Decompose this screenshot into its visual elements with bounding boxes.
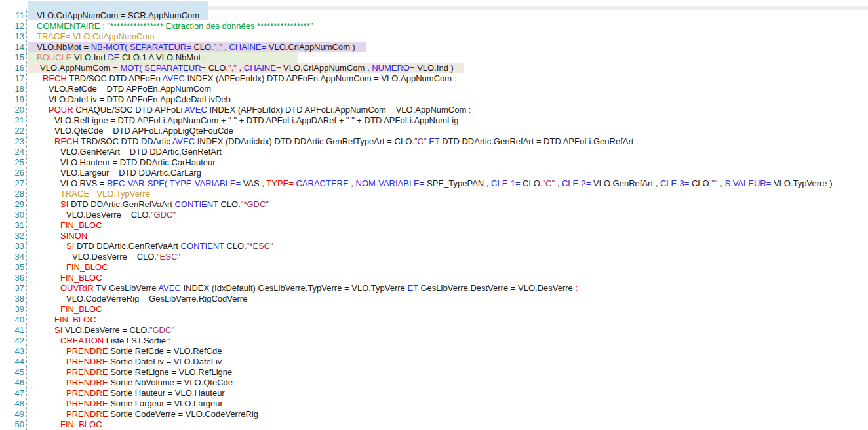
code-line-text[interactable]: VLO.AppNumCom = MOT( SEPARATEUR= CLO.","… [27,63,868,73]
code-line-text[interactable]: FIN_BLOC [27,273,868,283]
code-token: : [636,136,639,146]
code-line[interactable]: 26VLO.Largeur = DTD DDArtic.CarLarg [0,168,868,178]
code-line[interactable]: 30VLO.DesVerre = CLO."GDC" [0,210,868,220]
code-line-text[interactable]: VLO.Largeur = DTD DDArtic.CarLarg [27,168,868,178]
code-line-text[interactable]: PRENDRE Sortie CodeVerre = VLO.CodeVerre… [27,409,868,420]
code-line[interactable]: 42CREATION Liste LST.Sortie : [0,336,868,346]
code-line[interactable]: 36FIN_BLOC [0,273,868,283]
code-line-text[interactable]: VLO.DateLiv = DTD APFoEn.AppCdeDatLivDeb [27,94,868,105]
code-line[interactable]: 43PRENDRE Sortie RefCde = VLO.RefCde [0,346,868,357]
code-line-text[interactable]: BOUCLE VLO.Ind DE CLO.1 A VLO.NbMot : [27,52,868,63]
code-line[interactable]: 12COMMENTAIRE : "**************** Extrac… [0,21,868,31]
code-line[interactable]: 15BOUCLE VLO.Ind DE CLO.1 A VLO.NbMot : [0,52,868,63]
code-token: Sortie Largeur = VLO.Largeur [108,399,223,408]
code-line[interactable]: 31FIN_BLOC [0,220,868,231]
code-line-text[interactable]: VLO.Hauteur = DTD DDArtic.CarHauteur [27,157,868,168]
code-line-text[interactable]: VLO.DesVerre = CLO."ESC" [27,252,868,262]
code-line[interactable]: 37OUVRIR TV GesLibVerre AVEC INDEX (IdxD… [0,283,868,294]
code-line-text[interactable]: SI VLO.DesVerre = CLO."GDC" [27,325,868,336]
code-line[interactable]: 29SI DTD DDArtic.GenRefVaArt CONTIENT CL… [0,199,868,210]
code-line-text[interactable]: VLO.RefLigne = DTD APFoLi.AppNumCom + " … [27,115,868,126]
code-line[interactable]: 34VLO.DesVerre = CLO."ESC" [0,252,868,262]
line-number: 49 [0,409,27,420]
code-line-text[interactable]: VLO.NbMot = NB-MOT( SEPARATEUR= CLO."," … [27,42,868,52]
line-number: 37 [0,283,27,294]
code-line-text[interactable]: POUR CHAQUE/SOC DTD APFoLi AVEC INDEX (A… [27,105,868,115]
code-line-text[interactable]: RECH TBD/SOC DTD DDArtic AVEC INDEX (DDA… [27,136,868,147]
code-line[interactable]: 28TRACE= VLO.TypVerre [0,189,868,199]
code-line[interactable]: 17RECH TBD/SOC DTD APFoEn AVEC INDEX (AP… [0,73,868,84]
code-token: VLO.Largeur = DTD DDArtic.CarLarg [60,168,201,178]
code-line[interactable]: 46PRENDRE Sortie NbVolume = VLO.QteCde [0,378,868,388]
code-token: TRACE= VLO.CriAppNumCom [37,31,155,41]
code-line[interactable]: 25VLO.Hauteur = DTD DDArtic.CarHauteur [0,157,868,168]
code-line[interactable]: 47PRENDRE Sortie Hauteur = VLO.Hauteur [0,388,868,399]
code-line-text[interactable]: VLO.RVS = REC-VAR-SPE( TYPE-VARIABLE= VA… [27,178,868,189]
code-line[interactable]: 23RECH TBD/SOC DTD DDArtic AVEC INDEX (D… [0,136,868,147]
code-line-text[interactable]: VLO.GenRefArt = DTD DDArtic.GenRefArt [27,147,868,157]
code-line-text[interactable]: VLO.QteCde = DTD APFoLi.AppLigQteFouCde [27,126,868,136]
code-line[interactable]: 19VLO.DateLiv = DTD APFoEn.AppCdeDatLivD… [0,94,868,105]
code-token: , [555,178,562,188]
code-line[interactable]: 21VLO.RefLigne = DTD APFoLi.AppNumCom + … [0,115,868,126]
code-token: "C" [414,136,427,146]
code-line[interactable]: 24VLO.GenRefArt = DTD DDArtic.GenRefArt [0,147,868,157]
code-token: VLO.RefCde = DTD APFoEn.AppNumCom [49,84,211,94]
line-number: 24 [0,147,27,157]
code-line-text[interactable]: COMMENTAIRE : "**************** Extracti… [27,21,868,31]
code-token: Sortie DateLiv = VLO.DateLiv [108,357,222,366]
code-line[interactable]: 11VLO.CriAppNumCom = SCR.AppNumCom [0,10,868,21]
code-line[interactable]: 39FIN_BLOC [0,304,868,315]
code-line[interactable]: 18VLO.RefCde = DTD APFoEn.AppNumCom [0,84,868,94]
code-line-text[interactable]: FIN_BLOC [27,304,868,315]
code-line[interactable]: 45PRENDRE Sortie RefLigne = VLO.RefLigne [0,367,868,378]
code-line[interactable]: 44PRENDRE Sortie DateLiv = VLO.DateLiv [0,357,868,367]
code-line[interactable]: 48PRENDRE Sortie Largeur = VLO.Largeur [0,399,868,409]
code-token: VLO.RVS = [60,178,107,188]
code-token: PRENDRE [66,388,108,398]
code-line[interactable]: 16VLO.AppNumCom = MOT( SEPARATEUR= CLO."… [0,63,868,73]
code-token: SI [66,241,74,251]
code-line-text[interactable]: FIN_BLOC [27,262,868,273]
code-line[interactable]: 13TRACE= VLO.CriAppNumCom [0,31,868,42]
code-token: PRENDRE [66,409,108,419]
code-line[interactable]: 35FIN_BLOC [0,262,868,273]
code-line[interactable]: 49PRENDRE Sortie CodeVerre = VLO.CodeVer… [0,409,868,420]
code-line-text[interactable]: PRENDRE Sortie RefCde = VLO.RefCde [27,346,868,357]
code-line-text[interactable]: FIN_BLOC [27,420,868,430]
code-line-text[interactable]: VLO.CodeVerreRig = GesLibVerre.RigCodVer… [27,294,868,304]
code-line[interactable]: 33SI DTD DDArtic.GenRefVaArt CONTIENT CL… [0,241,868,252]
code-line-text[interactable]: TRACE= VLO.CriAppNumCom [27,31,868,42]
code-line-text[interactable]: PRENDRE Sortie NbVolume = VLO.QteCde [27,378,868,388]
code-line-text[interactable]: SI DTD DDArtic.GenRefVaArt CONTIENT CLO.… [27,199,868,210]
code-line-text[interactable]: OUVRIR TV GesLibVerre AVEC INDEX (IdxDef… [27,283,868,294]
code-line[interactable]: 40FIN_BLOC [0,315,868,325]
code-line-text[interactable]: PRENDRE Sortie RefLigne = VLO.RefLigne [27,367,868,378]
code-line-text[interactable]: PRENDRE Sortie DateLiv = VLO.DateLiv [27,357,868,367]
code-line-text[interactable]: SI DTD DDArtic.GenRefVaArt CONTIENT CLO.… [27,241,868,252]
code-line-text[interactable]: PRENDRE Sortie Largeur = VLO.Largeur [27,399,868,409]
code-line[interactable]: 32SINON [0,231,868,241]
code-line-text[interactable]: VLO.RefCde = DTD APFoEn.AppNumCom [27,84,868,94]
code-token: CHAINE= [244,63,281,73]
code-line-text[interactable]: RECH TBD/SOC DTD APFoEn AVEC INDEX (APFo… [27,73,868,84]
code-token: VLO.TypVerre ) [771,178,832,188]
code-line-text[interactable]: CREATION Liste LST.Sortie : [27,336,868,346]
code-line-text[interactable]: FIN_BLOC [27,220,868,231]
code-line[interactable]: 14VLO.NbMot = NB-MOT( SEPARATEUR= CLO.",… [0,42,868,52]
code-line-text[interactable]: TRACE= VLO.TypVerre [27,189,868,199]
code-line-text[interactable]: FIN_BLOC [27,315,868,325]
code-token: : [203,52,206,62]
code-line[interactable]: 20POUR CHAQUE/SOC DTD APFoLi AVEC INDEX … [0,105,868,115]
code-editor-surface[interactable]: 11VLO.CriAppNumCom = SCR.AppNumCom12COMM… [0,10,868,430]
code-line-text[interactable]: PRENDRE Sortie Hauteur = VLO.Hauteur [27,388,868,399]
code-line-text[interactable]: SINON [27,231,868,241]
code-line[interactable]: 41SI VLO.DesVerre = CLO."GDC" [0,325,868,336]
code-line-text[interactable]: VLO.DesVerre = CLO."GDC" [27,210,868,220]
line-number: 27 [0,178,27,189]
code-line[interactable]: 27VLO.RVS = REC-VAR-SPE( TYPE-VARIABLE= … [0,178,868,189]
code-line[interactable]: 38VLO.CodeVerreRig = GesLibVerre.RigCodV… [0,294,868,304]
code-line[interactable]: 50FIN_BLOC [0,420,868,430]
code-line-text[interactable]: VLO.CriAppNumCom = SCR.AppNumCom [27,10,868,21]
code-line[interactable]: 22VLO.QteCde = DTD APFoLi.AppLigQteFouCd… [0,126,868,136]
